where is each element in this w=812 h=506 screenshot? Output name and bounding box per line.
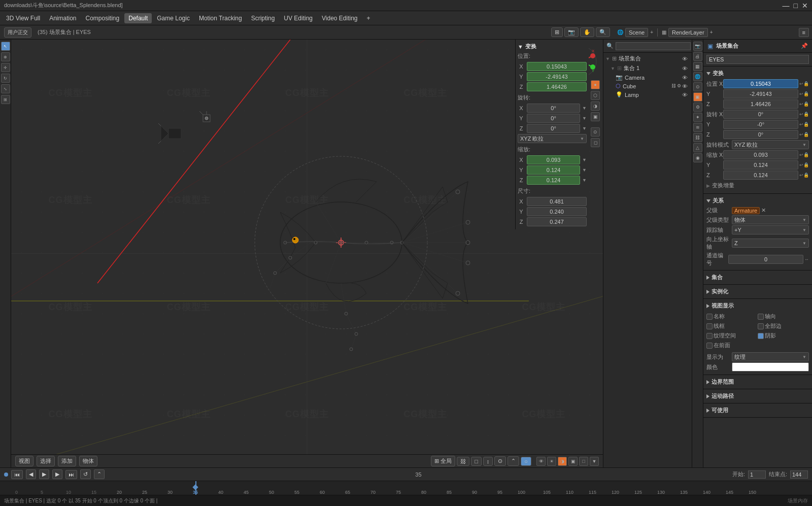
shading-wire-btn[interactable]: □ xyxy=(579,457,588,466)
viewport-tool-1[interactable]: ⊞ 全局 xyxy=(431,456,455,466)
xray-btn[interactable]: ◻ xyxy=(591,138,600,147)
tool-cursor[interactable]: ⊕ xyxy=(1,52,10,61)
camera-view-btn[interactable]: 📷 xyxy=(564,27,579,37)
outliner-camera[interactable]: 📷 Camera 👁 xyxy=(603,73,692,82)
minimize-button[interactable]: — xyxy=(783,2,790,10)
proportional-btn[interactable]: ○ xyxy=(521,457,531,466)
scene-collection-vis[interactable]: 👁 xyxy=(682,56,688,62)
maximize-button[interactable]: □ xyxy=(794,2,798,10)
outliner-scene-collection[interactable]: ▼ ⊞ 场景集合 👁 xyxy=(603,54,692,63)
viewport-tool-3[interactable]: □ xyxy=(471,457,482,466)
color-picker[interactable] xyxy=(732,362,809,372)
loc-x-input[interactable] xyxy=(527,62,587,71)
rot-z-prop-lock1[interactable]: ↩ xyxy=(799,132,803,137)
jump-start-btn[interactable]: ⏮ xyxy=(11,470,23,479)
loop-btn[interactable]: ↺ xyxy=(80,469,91,479)
view-mode-btn[interactable]: 用户正交 xyxy=(4,27,31,38)
scene-add-btn[interactable]: + xyxy=(650,29,653,35)
scale-y-prop-lock1[interactable]: ↩ xyxy=(799,162,803,167)
loop2-btn[interactable]: ⌃ xyxy=(94,469,105,479)
start-frame-input[interactable] xyxy=(748,470,766,479)
track-axis-dropdown[interactable]: +Y ▼ xyxy=(732,225,809,234)
scale-z-input[interactable] xyxy=(527,176,580,185)
end-frame-input[interactable] xyxy=(790,470,808,479)
next-frame-btn[interactable]: ▶ xyxy=(52,469,62,479)
custom-props-header[interactable]: 可使用 xyxy=(706,406,809,415)
menu-item-scripting[interactable]: Scripting xyxy=(247,13,279,23)
tex-space-checkbox[interactable] xyxy=(706,333,713,339)
add-menu-btn[interactable]: 添加 xyxy=(58,456,76,466)
pos-y-lock2[interactable]: 🔒 xyxy=(803,91,809,96)
tool-scale[interactable]: ⤡ xyxy=(1,84,10,93)
scene-props-icon[interactable]: 🌐 xyxy=(693,72,702,81)
props-pin-btn[interactable]: 📌 xyxy=(801,43,808,49)
pos-x-lock2[interactable]: 🔒 xyxy=(803,81,809,86)
object-menu-btn[interactable]: 物体 xyxy=(79,456,97,466)
parent-x-btn[interactable]: ✕ xyxy=(761,207,766,214)
parent-type-dropdown[interactable]: 物体 ▼ xyxy=(732,215,809,224)
menu-item-default[interactable]: Default xyxy=(124,13,152,23)
rot-z-prop-lock2[interactable]: 🔒 xyxy=(803,132,809,137)
rot-z-input[interactable] xyxy=(527,124,580,133)
pos-z-lock2[interactable]: 🔒 xyxy=(803,102,809,107)
shading-eye-btn[interactable]: 👁 xyxy=(536,457,546,466)
rot-y-prop-lock2[interactable]: 🔒 xyxy=(803,122,809,127)
data-icon[interactable]: △ xyxy=(693,143,702,152)
pass-index-input[interactable] xyxy=(728,255,803,264)
collection1-vis[interactable]: 👁 xyxy=(682,65,688,72)
menu-item-uvediting[interactable]: UV Editing xyxy=(280,13,317,23)
render-props-icon[interactable]: 📷 xyxy=(693,42,702,51)
axis-checkbox[interactable] xyxy=(758,314,764,320)
camera-vis[interactable]: 👁 xyxy=(682,75,688,81)
filter-btn[interactable]: ≡ xyxy=(799,28,809,37)
bounding-box-header[interactable]: 边界范围 xyxy=(706,377,809,387)
up-axis-dropdown[interactable]: Z ▼ xyxy=(732,239,809,248)
dim-y-input[interactable] xyxy=(527,207,587,216)
scale-y-prop-lock2[interactable]: 🔒 xyxy=(803,162,809,167)
shading-render-btn[interactable]: ☀ xyxy=(547,457,556,466)
scale-z-prop-lock2[interactable]: 🔒 xyxy=(803,173,809,178)
motion-paths-header[interactable]: 运动路径 xyxy=(706,391,809,401)
scale-z-prop-input[interactable] xyxy=(723,171,798,180)
rot-y-prop-lock1[interactable]: ↩ xyxy=(799,122,803,127)
scene-select[interactable]: Scene xyxy=(625,28,648,37)
world-props-icon[interactable]: ⊙ xyxy=(693,82,702,91)
scale-x-prop-lock1[interactable]: ↩ xyxy=(799,152,803,157)
shadow-checkbox[interactable] xyxy=(758,333,764,339)
menu-item-motiontracking[interactable]: Motion Tracking xyxy=(195,13,246,23)
pos-z-lock1[interactable]: ↩ xyxy=(799,102,803,107)
play-btn[interactable]: ▶ xyxy=(39,469,49,479)
grid-view-btn[interactable]: ⊞ xyxy=(551,27,563,37)
constraints-icon[interactable]: ⛓ xyxy=(693,133,702,142)
rot-x-prop-lock2[interactable]: 🔒 xyxy=(803,112,809,117)
viewport-3d[interactable]: CG模型主 CG模型主 CG模型主 CG模型主 CG模型主 CG模型主 CG模型… xyxy=(11,40,603,467)
select-menu-btn[interactable]: 选择 xyxy=(37,456,55,466)
transform-section-header[interactable]: 变换 xyxy=(706,69,809,78)
scale-y-prop-input[interactable] xyxy=(723,160,798,170)
output-props-icon[interactable]: 🖨 xyxy=(693,52,702,61)
relations-header[interactable]: 关系 xyxy=(706,196,809,206)
wireframe-btn[interactable]: ⬡ xyxy=(591,91,600,100)
modifier-icon[interactable]: ⚙ xyxy=(693,103,702,112)
physics-icon[interactable]: ≋ xyxy=(693,123,702,132)
menu-item-animation[interactable]: Animation xyxy=(45,13,80,23)
rot-x-prop-input[interactable] xyxy=(723,110,798,119)
sphere-display-btn[interactable]: ● xyxy=(591,80,600,89)
menu-item-compositing[interactable]: Compositing xyxy=(82,13,124,23)
scale-y-input[interactable] xyxy=(527,165,580,175)
tool-rotate[interactable]: ↻ xyxy=(1,74,10,83)
renderlayer-select[interactable]: RenderLayer xyxy=(668,28,708,37)
menu-item-gamelogic[interactable]: Game Logic xyxy=(153,13,194,23)
jump-end-btn[interactable]: ⏭ xyxy=(65,470,77,479)
loc-y-input[interactable] xyxy=(527,72,587,81)
menu-item-add[interactable]: + xyxy=(363,13,375,23)
pos-x-prop[interactable] xyxy=(723,79,798,88)
zoom-btn[interactable]: 🔍 xyxy=(596,27,610,37)
scale-x-prop-lock2[interactable]: 🔒 xyxy=(803,152,809,157)
wireframe-checkbox[interactable] xyxy=(706,323,713,329)
pos-z-prop[interactable] xyxy=(723,99,798,109)
particles-icon[interactable]: ✦ xyxy=(693,113,702,122)
dim-x-input[interactable] xyxy=(527,197,587,206)
object-props-icon[interactable]: ▣ xyxy=(693,92,702,102)
rot-x-input[interactable] xyxy=(527,104,580,113)
